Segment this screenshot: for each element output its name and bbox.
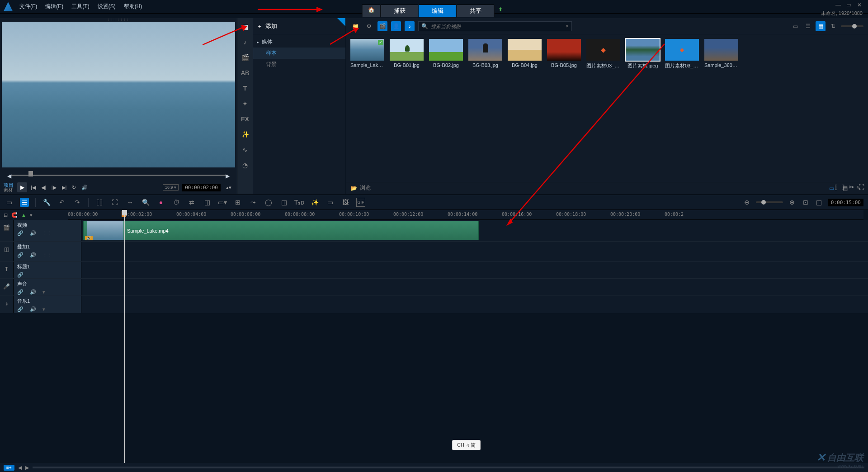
storyboard-view-icon[interactable]: ▭ (5, 198, 14, 207)
tab-capture[interactable]: 捕获 (381, 5, 419, 17)
meter-icon[interactable]: ◔ (240, 160, 250, 170)
tool-trim-icon[interactable]: ⟦⟧ (95, 198, 104, 207)
home-tab[interactable]: 🏠 (362, 5, 381, 17)
media-item[interactable]: 图片素材03_副... (586, 39, 620, 69)
fx-category-icon[interactable]: FX (240, 114, 250, 124)
add-media-button[interactable]: ＋ 添加 (257, 22, 277, 30)
tool-snapshot-icon[interactable]: ◫ (203, 198, 212, 207)
link-icon[interactable]: 🔗 (17, 252, 24, 258)
media-thumbnail[interactable] (508, 39, 542, 61)
zoom-out-icon[interactable]: ⊖ (742, 198, 751, 207)
media-item[interactable]: 图片素材03_副... (665, 39, 699, 69)
track-title-header[interactable]: 标题1 🔗 (14, 262, 81, 278)
mark-out-icon[interactable]: ⟧ (842, 184, 844, 191)
media-item[interactable]: Sample_360.m... (704, 39, 738, 69)
mute-icon[interactable]: 🔊 (30, 252, 36, 258)
pin-icon[interactable] (337, 18, 345, 26)
browse-button[interactable]: 📂 浏览 (350, 184, 371, 192)
view-grid-icon[interactable]: ▦ (816, 21, 826, 31)
scroll-left-icon[interactable]: ◀ (18, 465, 22, 471)
fit-icon[interactable]: ⊡ (801, 198, 810, 207)
upload-icon[interactable]: ⬆ (495, 5, 506, 17)
tool-chapter-icon[interactable]: ▭▾ (218, 198, 227, 207)
expand-icon[interactable]: ▾ (42, 289, 45, 295)
media-item[interactable]: BG-B01.jpg (390, 39, 424, 69)
timeline-view-icon[interactable]: ☰ (20, 198, 29, 207)
aspect-icon[interactable]: ◫ (815, 198, 824, 207)
media-item[interactable]: ✓Sample_Lake... (350, 39, 384, 69)
expand-tracks-icon[interactable]: ▾ (30, 212, 33, 218)
media-thumbnail[interactable] (626, 39, 660, 61)
volume-button[interactable]: 🔊 (80, 184, 90, 191)
playhead-handle-icon[interactable] (122, 210, 127, 215)
tree-node-background[interactable]: 背景 (253, 59, 345, 70)
tool-wrench-icon[interactable]: 🔧 (42, 198, 51, 207)
wand-icon[interactable]: ✨ (240, 129, 250, 139)
media-item[interactable]: BG-B02.jpg (429, 39, 463, 69)
track-music-header[interactable]: 音乐1 🔗🔊▾ (14, 296, 81, 313)
clip-mode-label[interactable]: 素材 (4, 188, 15, 192)
preview-scrubber[interactable]: ◀ ▶ (4, 170, 233, 179)
mute-icon[interactable]: 🔊 (30, 289, 36, 295)
mute-icon[interactable]: 🔊 (30, 306, 36, 312)
horizontal-scrollbar[interactable] (33, 467, 864, 468)
tool-gif-icon[interactable]: GIF (356, 198, 365, 207)
tool-grid-icon[interactable]: ⊞ (233, 198, 242, 207)
tool-pic-icon[interactable]: 🖼 (341, 198, 350, 207)
marker-up-icon[interactable]: ▲ (21, 212, 26, 218)
media-item[interactable]: BG-B04.jpg (508, 39, 542, 69)
tool-sparkle-icon[interactable]: ▭ (326, 198, 335, 207)
fx-icon[interactable]: ⋮⋮ (42, 252, 52, 258)
preview-viewport[interactable] (2, 22, 235, 167)
tool-3d-icon[interactable]: T₃ᴅ (295, 198, 304, 207)
title-category-icon[interactable]: T (240, 83, 250, 93)
media-thumbnail[interactable] (586, 39, 620, 61)
playhead[interactable] (124, 210, 125, 463)
media-item[interactable]: 图片素材.jpeg (626, 39, 660, 69)
track-voice-header[interactable]: 声音 🔗🔊▾ (14, 279, 81, 296)
media-item[interactable]: BG-B05.jpg (547, 39, 581, 69)
track-voice-lane[interactable] (81, 279, 868, 296)
transition-category-icon[interactable]: AB (240, 68, 250, 78)
media-thumbnail[interactable] (429, 39, 463, 61)
thumbnail-size-slider[interactable] (841, 25, 863, 27)
menu-help[interactable]: 帮助(H) (124, 3, 142, 10)
minimize-button[interactable]: — (835, 2, 843, 6)
tool-zoom-icon[interactable]: 🔍 (141, 198, 150, 207)
track-overlay-lane[interactable] (81, 242, 868, 261)
video-clip[interactable]: Sample_Lake.mp4 (83, 221, 479, 240)
media-thumbnail[interactable] (468, 39, 502, 61)
project-mode-label[interactable]: 项目 (4, 183, 14, 188)
timeline-timecode[interactable]: 0:00:15:00 (828, 199, 863, 206)
track-add-badge[interactable]: ≡+ (4, 465, 14, 471)
redo-icon[interactable]: ↷ (73, 198, 82, 207)
track-video-header[interactable]: 视频 🔗 🔊 ⋮⋮ (14, 220, 81, 241)
link-icon[interactable]: 🔗 (17, 230, 24, 236)
media-category-icon[interactable]: ▦ (240, 22, 250, 32)
link-icon[interactable]: 🔗 (17, 289, 24, 295)
tool-crop-icon[interactable]: ⛶ (110, 198, 119, 207)
link-icon[interactable]: 🔗 (17, 306, 24, 312)
tool-color-icon[interactable]: ● (156, 198, 165, 207)
track-title-lane[interactable] (81, 262, 868, 278)
menu-settings[interactable]: 设置(S) (98, 3, 116, 10)
track-music-lane[interactable] (81, 296, 868, 313)
next-frame-button[interactable]: |▶ (50, 184, 58, 191)
sort-icon[interactable]: ⇅ (828, 21, 838, 31)
timecode-spinner[interactable]: ▴▾ (224, 184, 233, 191)
overlay-category-icon[interactable]: ✦ (240, 99, 250, 109)
link-icon[interactable]: 🔗 (17, 272, 24, 278)
drag-handle-icon[interactable]: ⋮⋮⋮⋮⋮⋮⋮ (0, 18, 237, 21)
gear-icon[interactable]: ⚙ (364, 21, 374, 31)
filter-video-icon[interactable]: 🎬 (377, 21, 387, 31)
media-thumbnail[interactable] (390, 39, 424, 61)
track-video-lane[interactable]: Sample_Lake.mp4 🔊 (81, 220, 868, 241)
tool-split-icon[interactable]: ↔ (126, 198, 135, 207)
tab-edit[interactable]: 编辑 (419, 5, 457, 17)
import-folder-icon[interactable]: 📁 (350, 21, 360, 31)
track-overlay-header[interactable]: 叠加1 🔗🔊⋮⋮ (14, 242, 81, 261)
search-input[interactable] (431, 24, 563, 29)
filter-photo-icon[interactable]: 👤 (391, 21, 401, 31)
mark-in-icon[interactable]: ⟦ (835, 184, 837, 191)
close-button[interactable]: ✕ (857, 2, 864, 6)
